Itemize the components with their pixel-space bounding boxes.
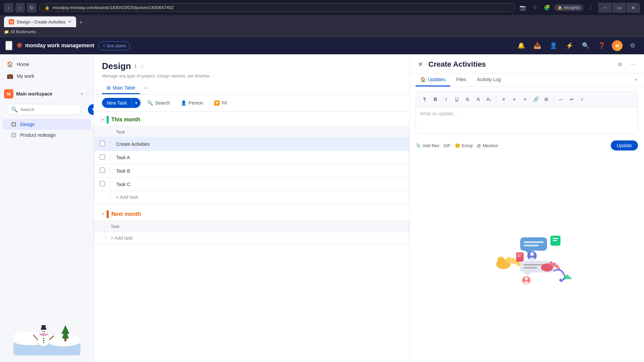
add-task-row-this-month[interactable]: + Add task bbox=[94, 191, 409, 203]
group-collapse-btn-next-month[interactable]: ▾ bbox=[102, 212, 104, 217]
list-btn[interactable]: ≡ bbox=[509, 95, 519, 104]
sidebar-workspace[interactable]: M Main workspace ▾ ··· bbox=[0, 86, 94, 102]
svg-rect-34 bbox=[553, 238, 558, 239]
align-left-btn[interactable]: ≡ bbox=[499, 95, 508, 104]
svg-rect-45 bbox=[524, 267, 537, 268]
minimize-btn[interactable]: ─ bbox=[598, 3, 612, 13]
see-plans-btn[interactable]: + See plans bbox=[98, 41, 130, 50]
board-header: Design ℹ ☆ Manage any type of project. A… bbox=[94, 54, 409, 95]
settings-btn[interactable]: ⚙ bbox=[627, 40, 639, 52]
emoji-btn[interactable]: 🙂 Emoji bbox=[455, 143, 473, 148]
sidebar-search-box[interactable]: 🔍 bbox=[7, 104, 81, 115]
folder-icon: 📁 bbox=[4, 29, 9, 34]
workspace-more-icon[interactable]: ··· bbox=[86, 91, 90, 97]
panel-more-btn[interactable]: ··· bbox=[627, 59, 638, 70]
highlight-btn[interactable]: A bbox=[474, 95, 483, 104]
filter-toolbar-btn[interactable]: 🔽 Fil bbox=[210, 98, 231, 108]
task-row-task-c[interactable]: Task C bbox=[94, 178, 409, 191]
board-icon-design bbox=[11, 121, 17, 127]
panel-tab-files[interactable]: Files bbox=[451, 73, 471, 86]
link-btn[interactable]: 🔗 bbox=[531, 95, 540, 104]
invite-btn[interactable]: 👤 bbox=[547, 40, 559, 52]
search-toolbar-btn[interactable]: 🔍 Search bbox=[143, 98, 174, 108]
bookmarks-folder-btn[interactable]: 📁 All Bookmarks bbox=[4, 29, 36, 34]
grid-menu-btn[interactable]: ⊞ bbox=[5, 41, 12, 50]
panel-tab-updates[interactable]: 🏠 Updates bbox=[416, 73, 450, 86]
help-btn[interactable]: ❓ bbox=[596, 40, 608, 52]
inbox-btn[interactable]: 📥 bbox=[531, 40, 543, 52]
sidebar-add-btn[interactable]: + bbox=[88, 104, 94, 115]
app-logo-icon: ❋ bbox=[16, 41, 22, 50]
gif-btn[interactable]: GIF bbox=[443, 143, 451, 148]
panel-settings-btn[interactable]: ⚙ bbox=[614, 59, 625, 70]
svg-rect-44 bbox=[524, 264, 544, 265]
close-btn[interactable]: ✕ bbox=[627, 3, 640, 13]
task-checkbox[interactable] bbox=[100, 141, 105, 146]
group-collapse-btn-this-month[interactable]: ▾ bbox=[102, 117, 104, 122]
task-checkbox[interactable] bbox=[100, 154, 105, 160]
editor-area[interactable]: Write an update... bbox=[416, 107, 638, 134]
strikethrough-btn[interactable]: S bbox=[463, 95, 472, 104]
table-btn[interactable]: ⊞ bbox=[542, 95, 551, 104]
star-icon[interactable]: ☆ bbox=[530, 3, 540, 13]
sidebar-item-home[interactable]: 🏠 Home bbox=[3, 58, 91, 70]
check-btn[interactable]: ✓ bbox=[578, 95, 587, 104]
maximize-btn[interactable]: ▭ bbox=[612, 3, 626, 13]
task-name: Task B bbox=[116, 168, 404, 174]
sidebar-item-design[interactable]: Design bbox=[3, 119, 91, 130]
active-tab[interactable]: m Design - Create Activities ✕ bbox=[4, 16, 76, 27]
task-checkbox[interactable] bbox=[100, 181, 105, 186]
lock-icon: 🔒 bbox=[45, 5, 50, 10]
back-btn[interactable]: ‹ bbox=[4, 3, 13, 12]
add-tab-btn[interactable]: + bbox=[141, 83, 150, 93]
font-size-btn[interactable]: Aᵥ bbox=[484, 95, 494, 104]
svg-rect-29 bbox=[520, 237, 547, 251]
camera-off-icon[interactable]: 📷 bbox=[518, 3, 528, 13]
italic-btn[interactable]: I bbox=[441, 95, 451, 104]
tab-main-table[interactable]: ⊞ Main Table bbox=[102, 82, 140, 94]
svg-rect-30 bbox=[524, 241, 544, 243]
app-logo: ❋ monday work management bbox=[16, 41, 94, 50]
board-subtitle: Manage any type of project. Assign owner… bbox=[102, 73, 401, 78]
update-submit-btn[interactable]: Update bbox=[611, 140, 638, 150]
refresh-btn[interactable]: ↻ bbox=[27, 3, 36, 12]
divider-line-btn[interactable]: — bbox=[556, 95, 566, 104]
star-board-icon[interactable]: ☆ bbox=[140, 63, 145, 69]
new-task-btn[interactable]: New Task bbox=[102, 98, 131, 108]
panel-tab-activity-log[interactable]: Activity Log bbox=[472, 73, 506, 86]
sidebar-item-my-work[interactable]: 💼 My work bbox=[3, 70, 91, 82]
editor-divider-1 bbox=[496, 96, 496, 102]
sidebar-search-input[interactable] bbox=[20, 107, 77, 112]
svg-point-22 bbox=[73, 326, 74, 327]
new-task-dropdown-btn[interactable]: ▾ bbox=[131, 98, 141, 108]
search-btn[interactable]: 🔍 bbox=[580, 40, 592, 52]
user-avatar[interactable]: M bbox=[612, 40, 623, 51]
task-row-task-a[interactable]: Task A bbox=[94, 151, 409, 164]
bold-btn[interactable]: B bbox=[431, 95, 440, 104]
notification-btn[interactable]: 🔔 bbox=[515, 40, 527, 52]
underline-btn[interactable]: U bbox=[452, 95, 462, 104]
integrations-btn[interactable]: ⚡ bbox=[564, 40, 576, 52]
mention-btn[interactable]: @ Mention bbox=[477, 143, 498, 148]
info-icon[interactable]: ℹ bbox=[135, 63, 137, 69]
person-toolbar-btn[interactable]: 👤 Person bbox=[177, 98, 207, 108]
task-row-task-b[interactable]: Task B bbox=[94, 164, 409, 178]
address-bar[interactable]: 🔒 moodjoy.monday.com/boards/1830420525/p… bbox=[39, 3, 515, 12]
forward-btn[interactable]: › bbox=[15, 3, 25, 12]
paragraph-btn[interactable]: ¶ bbox=[420, 95, 429, 104]
panel-close-btn[interactable]: ✕ bbox=[416, 60, 425, 69]
more-btn[interactable]: ⋮ bbox=[586, 3, 596, 13]
numbered-list-btn[interactable]: ≡ bbox=[520, 95, 530, 104]
panel-tab-add-btn[interactable]: + bbox=[634, 76, 638, 84]
task-checkbox[interactable] bbox=[100, 168, 105, 173]
new-tab-btn[interactable]: + bbox=[76, 18, 86, 27]
extension-icon[interactable]: 🧩 bbox=[542, 3, 552, 13]
task-row-create-activities[interactable]: Create Activities bbox=[94, 137, 409, 151]
svg-point-41 bbox=[530, 252, 534, 256]
board-title: Design bbox=[102, 61, 131, 71]
tab-close-btn[interactable]: ✕ bbox=[68, 19, 71, 24]
indent-btn[interactable]: ⇌ bbox=[567, 95, 576, 104]
add-files-btn[interactable]: 📎 Add files bbox=[416, 143, 439, 148]
sidebar-item-product-redesign[interactable]: Product redesign bbox=[3, 130, 91, 140]
add-task-row-next-month[interactable]: + Add task bbox=[94, 232, 409, 244]
